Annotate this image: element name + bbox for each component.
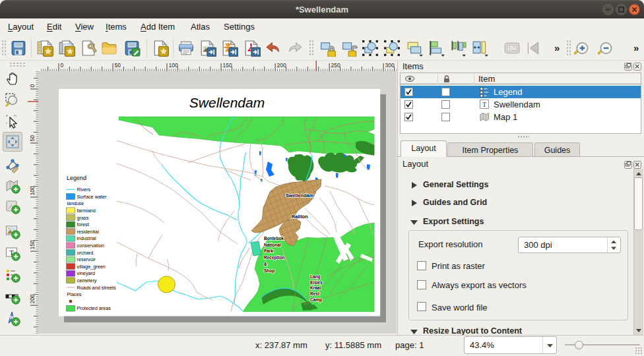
svg-text:farmland: farmland — [77, 208, 96, 214]
svg-text:200: 200 — [277, 62, 286, 69]
svg-text:100: 100 — [169, 62, 178, 69]
svg-text:300: 300 — [385, 62, 395, 69]
svg-text:Camp: Camp — [310, 297, 322, 303]
svg-text:Park: Park — [264, 249, 273, 253]
svg-text:Rivers: Rivers — [77, 187, 91, 193]
svg-text:200: 200 — [29, 294, 36, 303]
svg-text:0: 0 — [61, 62, 64, 69]
svg-text:reservoir: reservoir — [77, 256, 96, 262]
svg-text:Bontebok: Bontebok — [264, 236, 284, 241]
svg-text:Legend: Legend — [67, 175, 86, 181]
svg-text:100: 100 — [29, 186, 36, 195]
svg-text:Kraal: Kraal — [310, 285, 321, 290]
svg-text:Reception: Reception — [264, 255, 284, 260]
svg-text:forest: forest — [77, 222, 89, 227]
svg-text:Swellendam: Swellendam — [286, 193, 314, 198]
svg-text:Elsies: Elsies — [310, 280, 323, 285]
svg-text:Railton: Railton — [292, 214, 308, 220]
svg-text:landuse: landuse — [67, 200, 84, 206]
svg-text:Lang: Lang — [310, 274, 321, 280]
svg-text:50: 50 — [115, 62, 121, 69]
svg-text:Swellendam: Swellendam — [189, 95, 265, 110]
svg-text:150: 150 — [29, 240, 36, 249]
svg-text:National: National — [264, 243, 281, 247]
svg-text:industrial: industrial — [77, 235, 97, 241]
svg-text:250: 250 — [331, 62, 340, 69]
svg-text:conservation: conservation — [77, 243, 104, 249]
svg-text:T: T — [482, 102, 486, 108]
svg-text:village_green: village_green — [77, 264, 106, 270]
svg-text:Protected areas: Protected areas — [77, 305, 112, 311]
svg-text:50: 50 — [29, 135, 36, 142]
svg-text:grass: grass — [77, 215, 89, 221]
svg-text:residential: residential — [77, 229, 100, 235]
svg-text:&: & — [264, 262, 267, 266]
svg-text:0: 0 — [29, 84, 36, 88]
svg-text:Rest: Rest — [310, 291, 320, 296]
svg-text:Roads and streets: Roads and streets — [77, 285, 117, 291]
svg-text:Places: Places — [67, 291, 82, 297]
svg-text:Surface water: Surface water — [77, 194, 108, 200]
svg-text:150: 150 — [223, 62, 232, 69]
svg-text:orchard: orchard — [77, 250, 94, 256]
svg-text:Shop: Shop — [264, 268, 274, 274]
svg-text:vineyard: vineyard — [77, 270, 96, 276]
svg-text:cemetery: cemetery — [77, 278, 97, 283]
